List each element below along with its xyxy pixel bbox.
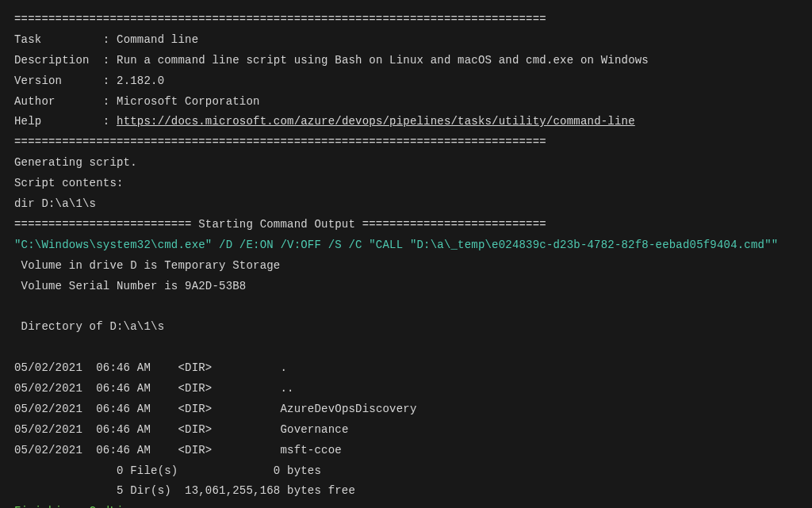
version-row: Version : 2.182.0 <box>14 74 164 87</box>
author-row: Author : Microsoft Corporation <box>14 95 260 108</box>
directory-of: Directory of D:\a\1\s <box>14 320 164 333</box>
task-row: Task : Command line <box>14 33 198 46</box>
console-output: ========================================… <box>14 10 798 508</box>
dir-entry: 05/02/2021 06:46 AM <DIR> .. <box>14 382 294 395</box>
dir-entry: 05/02/2021 06:46 AM <DIR> Governance <box>14 423 348 436</box>
help-link[interactable]: https://docs.microsoft.com/azure/devops/… <box>117 115 635 128</box>
divider: ========================================… <box>14 13 546 25</box>
volume-line-2: Volume Serial Number is 9A2D-53B8 <box>14 280 246 292</box>
starting-output-divider: ========================== Starting Comm… <box>14 218 546 231</box>
summary-dirs: 5 Dir(s) 13,061,255,168 bytes free <box>14 484 355 497</box>
cmd-invocation: "C:\Windows\system32\cmd.exe" /D /E:ON /… <box>14 239 778 251</box>
script-contents: dir D:\a\1\s <box>14 197 96 210</box>
desc-row: Description : Run a command line script … <box>14 54 649 67</box>
help-row: Help : https://docs.microsoft.com/azure/… <box>14 115 635 128</box>
dir-entry: 05/02/2021 06:46 AM <DIR> AzureDevOpsDis… <box>14 403 417 415</box>
finishing-line: Finishing: CmdLine <box>14 505 137 508</box>
summary-files: 0 File(s) 0 bytes <box>14 464 321 477</box>
dir-entry: 05/02/2021 06:46 AM <DIR> msft-ccoe <box>14 444 342 456</box>
script-contents-label: Script contents: <box>14 177 124 189</box>
dir-entry: 05/02/2021 06:46 AM <DIR> . <box>14 361 287 374</box>
volume-line-1: Volume in drive D is Temporary Storage <box>14 259 280 272</box>
generating-line: Generating script. <box>14 156 137 169</box>
divider: ========================================… <box>14 136 546 148</box>
